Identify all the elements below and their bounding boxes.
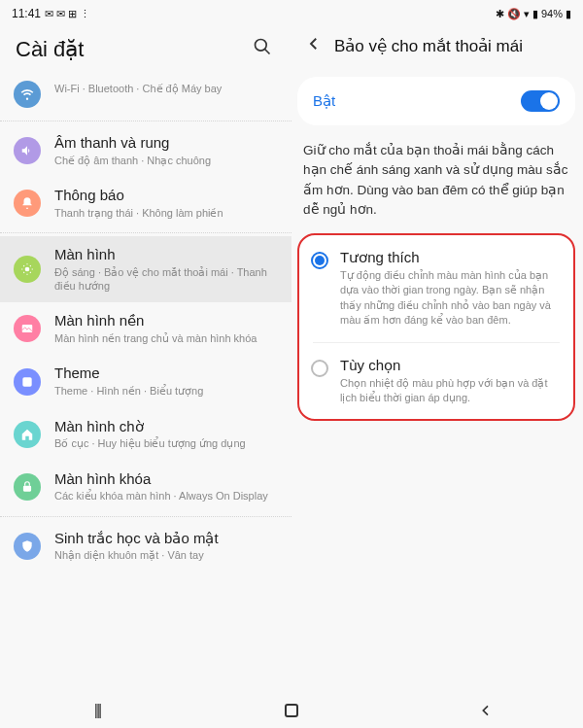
bell-icon <box>14 190 41 217</box>
wifi-icon: ▾ <box>524 8 530 20</box>
lock-icon <box>14 473 41 501</box>
nav-recent-button[interactable]: ||| <box>78 702 117 719</box>
sun-icon <box>14 256 41 283</box>
item-subtitle: Màn hình nền trang chủ và màn hình khóa <box>54 331 278 345</box>
nav-back-button[interactable] <box>466 703 505 718</box>
nav-home-button[interactable] <box>272 704 311 717</box>
item-title: Sinh trắc học và bảo mật <box>54 530 278 548</box>
item-subtitle: Thanh trạng thái · Không làm phiền <box>54 206 278 220</box>
settings-item-connections[interactable]: Wi-Fi · Bluetooth · Chế độ Máy bay <box>0 81 292 118</box>
detail-title: Bảo vệ cho mắt thoải mái <box>334 36 523 56</box>
feature-description: Giữ cho mắt của bạn thoải mái bằng cách … <box>292 135 583 233</box>
battery-icon: ▮ <box>566 8 571 20</box>
master-toggle-row[interactable]: Bật <box>297 77 575 125</box>
svg-rect-5 <box>23 485 31 491</box>
svg-line-1 <box>265 50 270 54</box>
option-adaptive[interactable]: Tương thích Tự động điều chỉnh màu màn h… <box>299 235 573 342</box>
item-subtitle: Nhận diện khuôn mặt · Vân tay <box>54 548 278 562</box>
item-title: Màn hình <box>54 246 278 264</box>
eye-comfort-panel: Bảo vệ cho mắt thoải mái Bật Giữ cho mắt… <box>292 23 583 694</box>
settings-list-panel: Cài đặt Wi-Fi · Bluetooth · Chế độ Máy b… <box>0 23 292 694</box>
toggle-switch[interactable] <box>521 90 560 112</box>
option-subtitle: Chọn nhiệt độ màu phù hợp với bạn và đặt… <box>340 376 560 406</box>
master-toggle-card: Bật <box>297 77 575 125</box>
item-title: Theme <box>54 364 278 383</box>
svg-rect-4 <box>22 377 31 386</box>
status-bar: 11:41 ✉ ✉ ⊞ ⋮ ✱ 🔇 ▾ ▮ 94% ▮ <box>0 0 583 23</box>
home-icon <box>14 421 41 448</box>
item-title: Màn hình nền <box>54 312 278 330</box>
divider <box>0 232 292 233</box>
item-title: Màn hình khóa <box>54 470 278 489</box>
settings-item-sound[interactable]: Âm thanh và rung Chế độ âm thanh · Nhạc … <box>0 124 292 177</box>
divider <box>0 516 292 517</box>
status-right: ✱ 🔇 ▾ ▮ 94% ▮ <box>496 8 571 20</box>
item-title: Âm thanh và rung <box>54 134 278 153</box>
navigation-bar: ||| <box>0 694 583 727</box>
svg-point-0 <box>256 40 267 52</box>
page-title: Cài đặt <box>16 37 84 62</box>
radio-icon <box>311 252 328 269</box>
option-subtitle: Tự động điều chỉnh màu màn hình của bạn … <box>340 268 560 329</box>
item-title: Màn hình chờ <box>54 418 278 436</box>
settings-item-display[interactable]: Màn hình Độ sáng · Bảo vệ cho mắt thoải … <box>0 236 292 302</box>
settings-item-lockscreen[interactable]: Màn hình khóa Các kiểu khóa màn hình · A… <box>0 461 292 513</box>
mute-icon: 🔇 <box>507 8 521 20</box>
radio-icon <box>311 360 328 377</box>
shield-icon <box>14 533 41 560</box>
back-button[interactable] <box>303 33 325 59</box>
mode-selection-card: Tương thích Tự động điều chỉnh màu màn h… <box>297 233 575 421</box>
wifi-icon <box>14 81 41 108</box>
option-custom[interactable]: Tùy chọn Chọn nhiệt độ màu phù hợp với b… <box>299 343 573 420</box>
settings-item-notifications[interactable]: Thông báo Thanh trạng thái · Không làm p… <box>0 177 292 229</box>
item-subtitle: Theme · Hình nền · Biểu tượng <box>54 384 278 398</box>
item-subtitle: Các kiểu khóa màn hình · Always On Displ… <box>54 489 278 503</box>
option-title: Tương thích <box>340 249 560 266</box>
settings-item-biometrics[interactable]: Sinh trắc học và bảo mật Nhận diện khuôn… <box>0 520 292 572</box>
settings-item-wallpaper[interactable]: Màn hình nền Màn hình nền trang chủ và m… <box>0 302 292 355</box>
option-title: Tùy chọn <box>340 357 560 374</box>
item-subtitle: Bố cục · Huy hiệu biểu tượng ứng dụng <box>54 436 278 450</box>
palette-icon <box>14 368 41 396</box>
item-subtitle: Wi-Fi · Bluetooth · Chế độ Máy bay <box>54 82 278 95</box>
settings-item-homescreen[interactable]: Màn hình chờ Bố cục · Huy hiệu biểu tượn… <box>0 408 292 461</box>
divider <box>0 121 292 121</box>
toggle-label: Bật <box>313 92 335 110</box>
search-icon[interactable] <box>249 33 276 65</box>
speaker-icon <box>14 137 41 164</box>
battery-percent: 94% <box>541 8 563 19</box>
image-icon <box>14 315 41 342</box>
bluetooth-icon: ✱ <box>496 8 504 20</box>
status-left: 11:41 ✉ ✉ ⊞ ⋮ <box>12 7 90 20</box>
item-title: Thông báo <box>54 187 278 205</box>
settings-item-theme[interactable]: Theme Theme · Hình nền · Biểu tượng <box>0 355 292 407</box>
notif-icons: ✉ ✉ ⊞ ⋮ <box>45 8 90 20</box>
item-subtitle: Độ sáng · Bảo vệ cho mắt thoải mái · Tha… <box>54 265 278 294</box>
signal-icon: ▮ <box>532 8 538 20</box>
item-subtitle: Chế độ âm thanh · Nhạc chuông <box>54 154 278 167</box>
detail-header: Bảo vệ cho mắt thoải mái <box>292 23 583 73</box>
svg-point-2 <box>25 267 30 272</box>
settings-header: Cài đặt <box>0 23 292 81</box>
clock: 11:41 <box>12 7 41 20</box>
